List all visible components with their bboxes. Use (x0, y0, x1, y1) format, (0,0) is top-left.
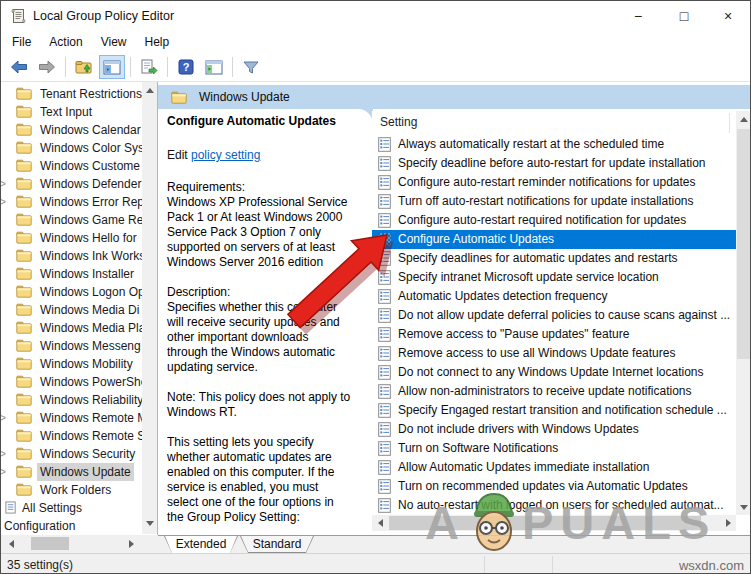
back-button[interactable] (6, 55, 32, 79)
tree-item-windows-logon-op[interactable]: > Windows Logon Op (1, 283, 142, 301)
action-pane-toggle-button[interactable] (201, 55, 227, 79)
scroll-left-icon[interactable] (372, 515, 388, 531)
console-tree-toggle-button[interactable] (99, 55, 125, 79)
policy-setting-link[interactable]: policy setting (191, 148, 260, 162)
menubar: FileActionViewHelp (1, 31, 750, 53)
tree-item-windows-calendar[interactable]: > Windows Calendar (1, 121, 142, 139)
scroll-left-icon[interactable] (3, 535, 19, 552)
setting-row[interactable]: Specify deadlines for automatic updates … (372, 249, 736, 268)
setting-row[interactable]: Configure auto-restart required notifica… (372, 211, 736, 230)
tree-item-all-settings[interactable]: > All Settings (1, 499, 142, 517)
tree-item-windows-messeng[interactable]: > Windows Messeng (1, 337, 142, 355)
policy-document-icon (378, 403, 391, 418)
setting-row[interactable]: Always automatically restart at the sche… (372, 135, 736, 154)
tree-item-windows-color-sys[interactable]: > Windows Color Sys (1, 139, 142, 157)
policy-document-icon (378, 175, 391, 190)
scroll-up-icon[interactable] (142, 82, 158, 98)
setting-row[interactable]: Turn on Software Notifications (372, 439, 736, 458)
setting-row[interactable]: Specify deadline before auto-restart for… (372, 154, 736, 173)
maximize-button[interactable]: □ (667, 1, 701, 31)
chevron-right-icon[interactable]: > (1, 175, 9, 193)
scroll-right-icon[interactable] (720, 515, 736, 531)
scroll-down-icon[interactable] (736, 499, 751, 515)
setting-row[interactable]: No auto-restart with logged on users for… (372, 496, 736, 515)
tree-vertical-scrollbar[interactable] (142, 82, 158, 534)
setting-row[interactable]: Do not allow update deferral policies to… (372, 306, 736, 325)
folder-icon (16, 87, 32, 100)
tree-item-windows-reliability[interactable]: > Windows Reliability (1, 391, 142, 409)
setting-label: Specify Engaged restart transition and n… (398, 401, 727, 420)
tree-item-windows-security[interactable]: > Windows Security (1, 445, 142, 463)
setting-row[interactable]: Automatic Updates detection frequency (372, 287, 736, 306)
column-divider[interactable] (729, 113, 730, 133)
tree-item-windows-game-re[interactable]: > Windows Game Re (1, 211, 142, 229)
menu-view[interactable]: View (92, 33, 136, 51)
folder-icon (16, 483, 32, 496)
tree-item-windows-defender[interactable]: > Windows Defender (1, 175, 142, 193)
tree-item-windows-powershe[interactable]: > Windows PowerShe (1, 373, 142, 391)
chevron-right-icon[interactable]: > (1, 193, 9, 211)
setting-row[interactable]: Remove access to "Pause updates" feature (372, 325, 736, 344)
tree-horizontal-scrollbar[interactable] (1, 535, 158, 552)
setting-row[interactable]: Specify Engaged restart transition and n… (372, 401, 736, 420)
tree-item-windows-media-pla[interactable]: > Windows Media Pla (1, 319, 142, 337)
setting-row[interactable]: Specify intranet Microsoft update servic… (372, 268, 736, 287)
setting-row[interactable]: Do not connect to any Windows Update Int… (372, 363, 736, 382)
tab-standard[interactable]: Standard (240, 536, 314, 553)
scroll-up-icon[interactable] (736, 111, 751, 127)
tree-item-windows-remote-m[interactable]: > Windows Remote M (1, 409, 142, 427)
filter-icon (242, 60, 260, 75)
filter-button[interactable] (238, 55, 264, 79)
tree-item-windows-remote-s[interactable]: > Windows Remote S (1, 427, 142, 445)
tree-item-windows-installer[interactable]: > Windows Installer (1, 265, 142, 283)
tree-item-configuration[interactable]: > Configuration (1, 517, 142, 535)
tree-item-windows-ink-works[interactable]: > Windows Ink Works (1, 247, 142, 265)
policy-document-icon (378, 422, 391, 437)
tab-extended[interactable]: Extended (164, 536, 238, 553)
tree-item-windows-custome[interactable]: > Windows Custome (1, 157, 142, 175)
scrollbar-thumb[interactable] (389, 516, 701, 530)
folder-icon (16, 231, 32, 244)
setting-label: Allow Automatic Updates immediate instal… (398, 458, 649, 477)
setting-label: Configure Automatic Updates (398, 230, 554, 249)
export-list-button[interactable] (136, 55, 162, 79)
scroll-down-icon[interactable] (142, 515, 158, 531)
tree-item-tenant-restrictions[interactable]: > Tenant Restrictions (1, 85, 142, 103)
chevron-right-icon[interactable]: > (1, 409, 9, 427)
setting-row[interactable]: Turn off auto-restart notifications for … (372, 192, 736, 211)
chevron-right-icon[interactable]: > (1, 445, 9, 463)
setting-row[interactable]: Turn on recommended updates via Automati… (372, 477, 736, 496)
tree-item-windows-mobility[interactable]: > Windows Mobility (1, 355, 142, 373)
minimize-button[interactable]: − (621, 1, 655, 31)
policy-document-icon (378, 194, 391, 209)
tree-item-windows-media-di[interactable]: > Windows Media Di (1, 301, 142, 319)
list-horizontal-scrollbar[interactable] (372, 515, 736, 531)
setting-row[interactable]: Configure Automatic Updates (372, 230, 736, 249)
up-one-level-button[interactable] (71, 55, 97, 79)
scrollbar-thumb[interactable] (31, 537, 69, 550)
setting-row[interactable]: Allow non-administrators to receive upda… (372, 382, 736, 401)
chevron-right-icon[interactable]: > (1, 463, 9, 481)
scrollbar-thumb[interactable] (737, 129, 751, 359)
tree-item-windows-error-rep[interactable]: > Windows Error Rep (1, 193, 142, 211)
scroll-right-icon[interactable] (123, 535, 139, 552)
setting-row[interactable]: Do not include drivers with Windows Upda… (372, 420, 736, 439)
settings-column-header[interactable]: Setting (372, 111, 736, 135)
close-button[interactable]: × (711, 1, 745, 31)
tree-item-text-input[interactable]: > Text Input (1, 103, 142, 121)
help-button[interactable]: ? (173, 55, 199, 79)
setting-row[interactable]: Allow Automatic Updates immediate instal… (372, 458, 736, 477)
forward-button[interactable] (34, 55, 60, 79)
menu-help[interactable]: Help (136, 33, 179, 51)
menu-action[interactable]: Action (40, 33, 91, 51)
setting-row[interactable]: Configure auto-restart reminder notifica… (372, 173, 736, 192)
title-bar[interactable]: Local Group Policy Editor − □ × (1, 1, 750, 31)
setting-row[interactable]: Remove access to use all Windows Update … (372, 344, 736, 363)
menu-file[interactable]: File (3, 33, 40, 51)
tree-item-windows-hello-for[interactable]: > Windows Hello for (1, 229, 142, 247)
setting-label: Do not include drivers with Windows Upda… (398, 420, 639, 439)
list-vertical-scrollbar[interactable] (736, 111, 751, 515)
tree-item-label: Windows Reliability (37, 391, 142, 409)
tree-item-windows-update[interactable]: > Windows Update (1, 463, 142, 481)
tree-item-work-folders[interactable]: > Work Folders (1, 481, 142, 499)
